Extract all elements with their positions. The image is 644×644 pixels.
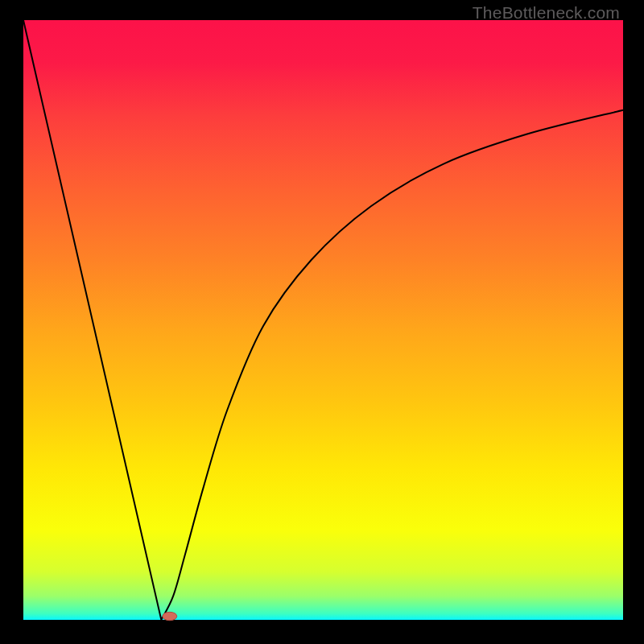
minimum-marker xyxy=(163,612,177,620)
chart-svg xyxy=(0,0,644,644)
watermark-text: TheBottleneck.com xyxy=(473,3,620,23)
chart-frame: TheBottleneck.com xyxy=(0,0,644,644)
curve-group xyxy=(23,20,623,621)
bottleneck-curve xyxy=(23,20,623,620)
